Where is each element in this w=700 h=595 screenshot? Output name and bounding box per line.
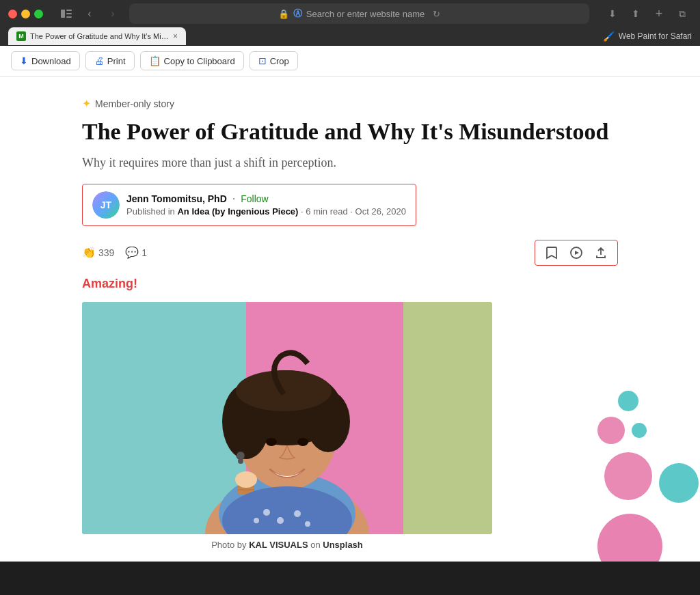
lock-icon: 🔒 — [278, 9, 289, 19]
svg-point-28 — [294, 510, 301, 517]
title-bar: ‹ › 🔒 Ⓐ Search or enter website name ↻ ⬇… — [0, 0, 700, 27]
browser-chrome: ‹ › 🔒 Ⓐ Search or enter website name ↻ ⬇… — [0, 0, 700, 46]
clipboard-label: Copy to Clipboard — [164, 56, 235, 66]
svg-point-26 — [263, 509, 270, 516]
browser-actions: ⬇ ⬆ + ⧉ — [603, 4, 692, 23]
download-icon: ⬇ — [20, 55, 28, 66]
photographer-link[interactable]: KAL VISUALS — [249, 540, 308, 550]
image-caption: Photo by KAL VISUALS on Unsplash — [82, 540, 492, 550]
svg-rect-2 — [66, 13, 72, 14]
circle-pink-medium — [604, 452, 652, 500]
address-text: Search or enter website name — [306, 9, 425, 19]
article-page: ✦ Member-only story The Power of Gratitu… — [0, 77, 700, 562]
toolbar: ⬇ Download 🖨 Print 📋 Copy to Clipboard ⊡… — [0, 46, 700, 77]
author-info: Jenn Tomomitsu, PhD · Follow Published i… — [126, 193, 406, 217]
crop-icon: ⊡ — [258, 55, 267, 66]
publish-date: Oct 26, 2020 — [355, 206, 406, 217]
web-paint-extension: 🖌️ Web Paint for Safari — [603, 31, 692, 42]
clap-icon: 👏 — [82, 246, 96, 259]
circle-teal-xsmall — [632, 423, 647, 438]
tab-bar: M The Power of Gratitude and Why It's Mi… — [0, 27, 700, 46]
published-in-label: Published in — [126, 206, 175, 217]
star-icon: ✦ — [82, 97, 91, 110]
print-label: Print — [107, 56, 126, 66]
svg-rect-8 — [403, 302, 492, 534]
author-name: Jenn Tomomitsu, PhD — [126, 193, 227, 204]
bookmark-button[interactable] — [542, 243, 561, 262]
claps-stat[interactable]: 👏 339 — [82, 246, 114, 259]
article-subtitle: Why it requires more than just a shift i… — [82, 156, 618, 170]
crop-label: Crop — [270, 56, 289, 66]
svg-point-19 — [238, 458, 243, 464]
author-avatar: JT — [92, 191, 120, 219]
download-label: Download — [31, 56, 71, 66]
clipboard-icon: 📋 — [149, 55, 161, 66]
web-paint-label: Web Paint for Safari — [619, 31, 692, 41]
author-meta: Published in An Idea (by Ingenious Piece… — [126, 206, 406, 217]
print-button[interactable]: 🖨 Print — [85, 51, 135, 70]
svg-point-29 — [254, 518, 259, 523]
refresh-icon[interactable]: ↻ — [433, 9, 440, 19]
svg-point-30 — [305, 521, 310, 527]
svg-marker-5 — [575, 251, 579, 255]
image-source-link[interactable]: Unsplash — [323, 540, 363, 550]
follow-link[interactable]: Follow — [241, 193, 268, 204]
sidebar-toggle-button[interactable] — [57, 4, 76, 23]
svg-rect-0 — [61, 10, 65, 18]
svg-rect-6 — [82, 302, 246, 534]
tab-close-button[interactable]: × — [173, 31, 178, 41]
new-tab-button[interactable]: + — [649, 4, 669, 23]
nav-controls: ‹ › — [57, 4, 122, 23]
traffic-lights — [8, 10, 43, 18]
comments-stat[interactable]: 💬 1 — [125, 246, 147, 259]
claps-count: 339 — [98, 247, 114, 258]
comment-icon: 💬 — [125, 246, 139, 259]
svg-point-27 — [277, 517, 284, 524]
action-buttons-box — [535, 240, 618, 266]
stats-left: 👏 339 💬 1 — [82, 246, 147, 259]
read-time: 6 min read — [306, 206, 347, 217]
avatar-initials: JT — [92, 191, 120, 219]
download-button[interactable]: ⬇ Download — [11, 51, 80, 70]
decorative-circles — [597, 391, 686, 562]
tab-favicon: M — [16, 31, 26, 41]
svg-point-24 — [235, 471, 257, 488]
print-icon: 🖨 — [94, 55, 104, 66]
author-name-row: Jenn Tomomitsu, PhD · Follow — [126, 193, 406, 205]
publication-name[interactable]: An Idea (by Ingenious Piece) — [177, 206, 298, 217]
address-bar[interactable]: 🔒 Ⓐ Search or enter website name ↻ — [129, 3, 589, 24]
active-tab[interactable]: M The Power of Gratitude and Why It's Mi… — [8, 27, 186, 45]
member-only-badge: ✦ Member-only story — [82, 97, 618, 110]
back-button[interactable]: ‹ — [80, 4, 99, 23]
svg-rect-1 — [66, 10, 72, 11]
close-button[interactable] — [8, 10, 17, 18]
author-box: JT Jenn Tomomitsu, PhD · Follow Publishe… — [82, 184, 416, 226]
site-badge: Ⓐ — [293, 8, 302, 20]
stats-row: 👏 339 💬 1 — [82, 240, 618, 266]
article-title: The Power of Gratitude and Why It's Misu… — [82, 118, 618, 146]
maximize-button[interactable] — [34, 10, 43, 18]
svg-rect-3 — [66, 16, 72, 18]
comments-count: 1 — [142, 247, 147, 258]
member-only-text: Member-only story — [95, 98, 174, 109]
circle-pink-small — [597, 417, 625, 444]
article-image-container: Photo by KAL VISUALS on Unsplash — [82, 302, 492, 550]
share-button[interactable]: ⬆ — [626, 4, 645, 23]
circle-teal-medium — [659, 463, 699, 503]
download-manager-button[interactable]: ⬇ — [603, 4, 622, 23]
copy-clipboard-button[interactable]: 📋 Copy to Clipboard — [140, 51, 244, 70]
minimize-button[interactable] — [21, 10, 30, 18]
tabs-overview-button[interactable]: ⧉ — [673, 4, 692, 23]
image-background — [82, 302, 492, 534]
amazing-text: Amazing! — [82, 277, 618, 291]
circle-teal-small — [618, 391, 638, 411]
article-image — [82, 302, 492, 534]
circle-pink-large — [597, 514, 662, 562]
forward-button[interactable]: › — [103, 4, 122, 23]
share-article-button[interactable] — [591, 243, 610, 262]
crop-button[interactable]: ⊡ Crop — [250, 51, 298, 70]
svg-point-16 — [266, 438, 277, 446]
listen-button[interactable] — [567, 243, 586, 262]
svg-point-17 — [297, 438, 308, 446]
tab-title: The Power of Gratitude and Why It's Misu… — [30, 32, 169, 40]
